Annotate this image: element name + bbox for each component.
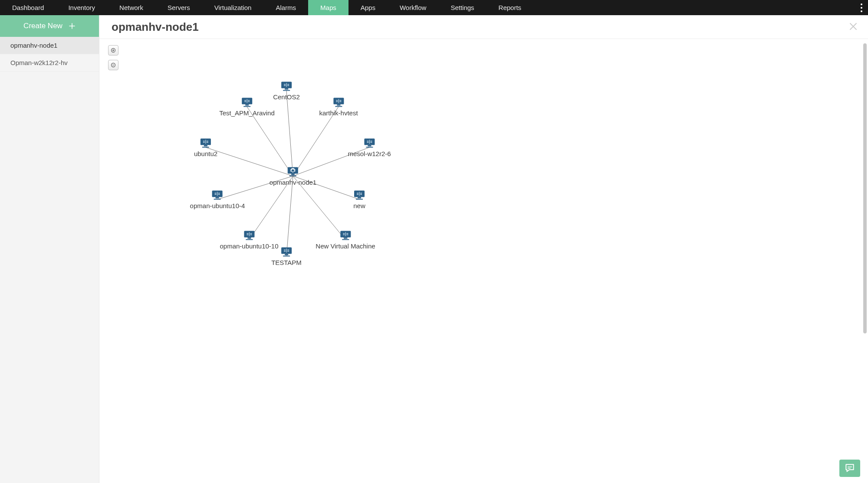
main: opmanhv-node1 CentOS2 Test_APM_Aravind bbox=[99, 15, 868, 483]
svg-line-3 bbox=[247, 107, 293, 176]
map-vm-node[interactable]: opman-ubuntu10-10 bbox=[220, 230, 278, 250]
vm-icon bbox=[241, 97, 253, 108]
nav-tab-network[interactable]: Network bbox=[107, 0, 155, 15]
node-label: TESTAPM bbox=[271, 259, 302, 266]
map-host-node[interactable]: opmanhv-node1 bbox=[270, 166, 316, 186]
create-new-button[interactable]: Create New bbox=[0, 15, 99, 37]
nav-tab-dashboard[interactable]: Dashboard bbox=[0, 0, 56, 15]
vm-icon bbox=[243, 230, 255, 241]
nav-tab-alarms[interactable]: Alarms bbox=[263, 0, 308, 15]
map-vm-node[interactable]: new bbox=[353, 190, 365, 209]
node-label: new bbox=[353, 202, 365, 209]
node-label: New Virtual Machine bbox=[316, 242, 375, 250]
node-label: opman-ubuntu10-10 bbox=[220, 242, 278, 250]
vm-icon bbox=[353, 190, 365, 200]
map-vm-node[interactable]: ubuntu2 bbox=[194, 138, 217, 157]
node-label: opman-ubuntu10-4 bbox=[190, 202, 245, 209]
vm-icon bbox=[200, 138, 212, 148]
map-vm-node[interactable]: mesol-w12r2-6 bbox=[348, 138, 391, 157]
vm-icon bbox=[211, 190, 224, 200]
host-icon bbox=[287, 166, 299, 177]
sidebar-item[interactable]: Opman-w2k12r2-hv bbox=[0, 54, 99, 72]
node-label: ubuntu2 bbox=[194, 150, 217, 157]
svg-line-11 bbox=[286, 176, 293, 256]
node-label: karthik-hvtest bbox=[319, 109, 358, 117]
svg-line-2 bbox=[286, 91, 293, 176]
page-title: opmanhv-node1 bbox=[112, 20, 199, 34]
main-header: opmanhv-node1 bbox=[99, 15, 868, 39]
nav-tab-workflow[interactable]: Workflow bbox=[388, 0, 438, 15]
map-vm-node[interactable]: karthik-hvtest bbox=[319, 97, 358, 117]
close-button[interactable] bbox=[848, 21, 858, 32]
node-label: CentOS2 bbox=[273, 93, 300, 101]
more-menu-button[interactable] bbox=[860, 0, 863, 15]
map-vm-node[interactable]: Test_APM_Aravind bbox=[219, 97, 275, 117]
nav-tab-apps[interactable]: Apps bbox=[349, 0, 388, 15]
layout: Create New opmanhv-node1Opman-w2k12r2-hv… bbox=[0, 15, 868, 483]
nav-tab-reports[interactable]: Reports bbox=[487, 0, 534, 15]
map-canvas[interactable]: CentOS2 Test_APM_Aravind karthik-hvtest … bbox=[99, 39, 868, 483]
sidebar-item[interactable]: opmanhv-node1 bbox=[0, 37, 99, 54]
vm-icon bbox=[280, 247, 293, 257]
nav-tab-settings[interactable]: Settings bbox=[438, 0, 486, 15]
scrollbar-thumb[interactable] bbox=[863, 43, 867, 333]
svg-point-25 bbox=[861, 7, 862, 9]
vm-icon bbox=[332, 97, 345, 108]
plus-icon bbox=[69, 23, 76, 29]
nav-tab-inventory[interactable]: Inventory bbox=[56, 0, 107, 15]
nav-tab-servers[interactable]: Servers bbox=[155, 0, 202, 15]
create-new-label: Create New bbox=[23, 22, 62, 30]
map-vm-node[interactable]: opman-ubuntu10-4 bbox=[190, 190, 245, 209]
node-label: mesol-w12r2-6 bbox=[348, 150, 391, 157]
node-label: Test_APM_Aravind bbox=[219, 109, 275, 117]
vm-icon bbox=[363, 138, 375, 148]
svg-point-24 bbox=[861, 3, 862, 5]
top-nav: DashboardInventoryNetworkServersVirtuali… bbox=[0, 0, 868, 15]
map-vm-node[interactable]: TESTAPM bbox=[271, 247, 302, 266]
chat-button[interactable] bbox=[839, 460, 860, 477]
vm-icon bbox=[339, 230, 352, 241]
svg-line-4 bbox=[293, 107, 339, 176]
sidebar: Create New opmanhv-node1Opman-w2k12r2-hv bbox=[0, 15, 99, 483]
nav-tab-maps[interactable]: Maps bbox=[308, 0, 349, 15]
map-edges bbox=[99, 39, 868, 483]
vm-icon bbox=[280, 81, 293, 91]
nav-tab-virtualization[interactable]: Virtualization bbox=[202, 0, 264, 15]
svg-point-26 bbox=[861, 10, 862, 12]
scrollbar[interactable] bbox=[863, 43, 867, 470]
node-label: opmanhv-node1 bbox=[270, 179, 316, 186]
map-vm-node[interactable]: CentOS2 bbox=[273, 81, 300, 101]
map-vm-node[interactable]: New Virtual Machine bbox=[316, 230, 375, 250]
